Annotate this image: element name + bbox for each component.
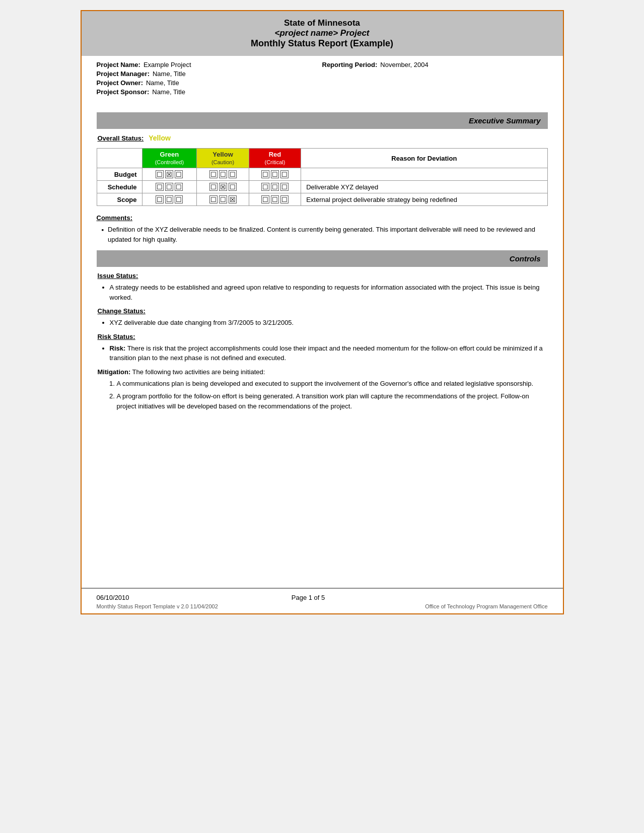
page-wrapper: State of Minnesota <project name> Projec… [81,10,564,614]
table-row-label: Schedule [97,181,142,193]
document-header: State of Minnesota <project name> Projec… [82,11,563,56]
project-info-section: Project Name: Example Project Project Ma… [82,56,563,102]
risk-text: There is risk that the project accomplis… [110,344,543,362]
list-item: A program portfolio for the follow-on ef… [117,391,547,411]
list-item: Definition of the XYZ deliverable needs … [102,225,548,244]
controls-header: Controls [97,250,548,267]
col-header-yellow: Yellow (Caution) [197,149,249,168]
reporting-period-label: Reporting Period: [322,61,378,68]
project-name-value: Example Project [144,61,191,68]
issue-status-list: A strategy needs to be established and a… [98,283,547,302]
project-owner-label: Project Owner: [97,79,143,87]
comments-list: Definition of the XYZ deliverable needs … [102,225,548,244]
mitigation-intro: The following two activities are being i… [130,368,265,376]
project-owner-value: Name, Title [146,79,179,87]
project-manager-value: Name, Title [153,70,186,78]
header-line3: Monthly Status Report (Example) [92,38,553,49]
col-header-reason: Reason for Deviation [301,149,547,168]
overall-status-label: Overall Status: [98,134,144,142]
page-content: Executive Summary Overall Status: Yellow… [82,102,563,588]
risk-intro: Risk: [110,344,126,352]
risk-status-label: Risk Status: [98,333,547,340]
risk-item: Risk: There is risk that the project acc… [110,343,547,363]
table-cell-reason [301,168,547,181]
list-item: A strategy needs to be established and a… [110,283,547,302]
table-cell-green: ☐☐☐ [142,193,197,206]
page-footer: 06/10/2010 Page 1 of 5 Monthly Status Re… [82,588,563,613]
list-item: A communications plan is being developed… [117,379,547,389]
reporting-period-row: Reporting Period: November, 2004 [322,61,548,68]
table-cell-green: ☐☒☐ [142,168,197,181]
project-name-row: Project Name: Example Project [97,61,322,68]
change-status-label: Change Status: [98,307,547,315]
table-cell-red: ☐☐☐ [249,193,301,206]
table-cell-yellow: ☐☒☐ [197,181,249,193]
change-status-list: XYZ deliverable due date changing from 3… [98,318,547,328]
executive-summary-title: Executive Summary [469,116,541,125]
project-sponsor-row: Project Sponsor: Name, Title [97,88,322,96]
mitigation-label: Mitigation: [98,368,131,376]
executive-summary-header: Executive Summary [97,112,548,129]
table-cell-reason: Deliverable XYZ delayed [301,181,547,193]
table-row-label: Budget [97,168,142,181]
project-info-left: Project Name: Example Project Project Ma… [97,61,322,97]
comments-label: Comments: [97,214,548,222]
table-cell-yellow: ☐☐☐ [197,168,249,181]
table-row-label: Scope [97,193,142,206]
footer-template-info: Monthly Status Report Template v 2.0 11/… [97,603,218,609]
footer-top: 06/10/2010 Page 1 of 5 [97,594,548,601]
project-sponsor-value: Name, Title [152,88,185,96]
controls-content: Issue Status: A strategy needs to be est… [97,272,548,411]
col-header-green: Green (Controlled) [142,149,197,168]
footer-date: 06/10/2010 [97,594,129,601]
footer-page: Page 1 of 5 [292,594,325,601]
header-line1: State of Minnesota [92,18,553,28]
overall-status-value: Yellow [149,134,171,142]
project-info-right: Reporting Period: November, 2004 [322,61,548,97]
project-sponsor-label: Project Sponsor: [97,88,150,96]
issue-status-label: Issue Status: [98,272,547,280]
footer-bottom: Monthly Status Report Template v 2.0 11/… [97,603,548,609]
project-owner-row: Project Owner: Name, Title [97,79,322,87]
table-cell-yellow: ☐☐☒ [197,193,249,206]
table-cell-reason: External project deliverable strategy be… [301,193,547,206]
project-manager-label: Project Manager: [97,70,150,78]
mitigation-paragraph: Mitigation: The following two activities… [98,368,547,376]
risk-status-list: Risk: There is risk that the project acc… [98,343,547,363]
overall-status-row: Overall Status: Yellow [97,134,548,142]
table-cell-green: ☐☐☐ [142,181,197,193]
table-cell-red: ☐☐☐ [249,168,301,181]
col-header-red: Red (Critical) [249,149,301,168]
list-item: XYZ deliverable due date changing from 3… [110,318,547,328]
controls-title: Controls [510,254,541,263]
reporting-period-value: November, 2004 [380,61,428,68]
project-manager-row: Project Manager: Name, Title [97,70,322,78]
project-name-label: Project Name: [97,61,140,68]
footer-office: Office of Technology Program Management … [425,603,547,609]
header-line2: <project name> Project [92,28,553,38]
status-table: Green (Controlled) Yellow (Caution) Red … [97,148,548,206]
table-cell-red: ☐☐☐ [249,181,301,193]
mitigation-list: A communications plan is being developed… [103,379,547,411]
